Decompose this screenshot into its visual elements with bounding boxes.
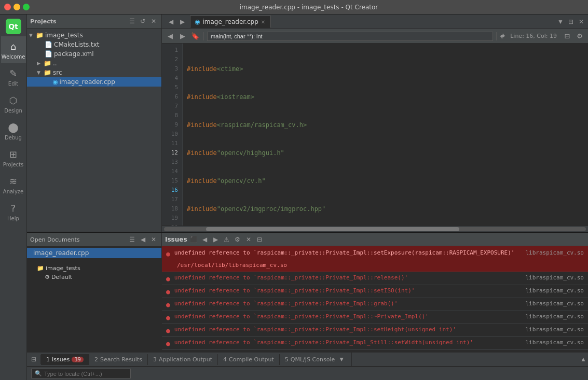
sidebar-item-projects[interactable]: ⊞ Projects [1,144,26,171]
edit-icon: ✎ [7,67,20,79]
issues-settings-button[interactable]: ⚙ [233,235,242,244]
qt-logo[interactable]: Qt [6,19,21,34]
content-area: Projects ☰ ↺ ✕ ▼ 📁 image_tests [27,15,588,380]
panel-filter-button[interactable]: ☰ [127,17,136,26]
issues-maximize-button[interactable]: ⊟ [255,235,264,244]
search-icon: 🔍 [35,370,42,377]
tab-search-results[interactable]: 2 Search Results [89,354,148,365]
bookmark-icon[interactable]: 🔖 [190,31,200,41]
cursor-position: Line: 16, Col: 19 [507,33,560,39]
tab-label: Application Output [159,356,212,363]
close-editor-button[interactable]: ✕ [577,17,586,26]
tab-compile-output[interactable]: 4 Compile Output [218,354,280,365]
error-icon: ● [166,301,170,308]
issues-content: Issues ⬛ ◀ ▶ ⚠ ⚙ ✕ ⊟ [162,233,588,352]
issue-message: undefined reference to `raspicam::_priva… [174,300,522,307]
open-docs-prev-button[interactable]: ◀ [138,235,147,244]
issues-warning-button[interactable]: ⚠ [222,235,231,244]
open-docs-close-button[interactable]: ✕ [149,235,158,244]
panel-sync-button[interactable]: ↺ [138,17,147,26]
project-default[interactable]: ⚙ Default [27,273,161,282]
issue-file: libraspicam_cv.so [525,287,584,294]
icon-sidebar: Qt ⌂ Welcome ✎ Edit ⬡ Design ⬤ Debug ⊞ P… [0,15,27,380]
issue-row[interactable]: ● undefined reference to `raspicam::_pri… [162,298,588,311]
tab-close-button[interactable]: ✕ [261,19,265,25]
tree-item-src[interactable]: ▼ 📁 src [27,68,161,77]
close-button[interactable] [4,4,11,10]
file-tree: ▼ 📁 image_tests 📄 CMakeLists.txt 📄 [27,29,161,232]
code-editor[interactable]: 1 2 3 4 5 6 7 8 9 10 11 12 13 14 [162,44,588,226]
tab-qml-js-console[interactable]: 5 QML/JS Console ▼ [280,353,352,366]
folder-icon: 📁 [44,69,51,76]
default-label: Default [51,274,72,280]
open-doc-item[interactable]: image_reader.cpp [27,248,161,258]
issues-next-button[interactable]: ▶ [211,235,221,244]
search-bar[interactable]: 🔍 [31,369,131,378]
sidebar-item-analyze[interactable]: ≋ Analyze [1,171,26,198]
sidebar-item-design[interactable]: ⬡ Design [1,90,26,117]
projects-icon: ⊞ [7,148,20,160]
issue-row[interactable]: ● undefined reference to `raspicam::_pri… [162,337,588,350]
tab-image-reader[interactable]: ◉ image_reader.cpp ✕ [190,16,271,28]
status-bar: 🔍 [27,367,588,380]
tree-item-root[interactable]: ▼ 📁 image_tests [27,31,161,40]
tab-application-output[interactable]: 3 Application Output [148,354,218,365]
function-selector[interactable]: main(int, char **): int [207,32,493,41]
scrollbar-thumb[interactable] [206,227,459,231]
issue-file: libraspicam_cv.so [525,300,584,307]
tree-item-dotdot[interactable]: ▶ 📁 .. [27,59,161,68]
tab-label: Search Results [100,356,142,363]
left-bottom-panel: Open Documents ☰ ◀ ✕ image_reader.cpp [27,233,162,352]
default-icon: ⚙ [45,274,50,280]
issue-row[interactable]: ● undefined reference to `raspicam::_pri… [162,324,588,337]
sidebar-item-edit[interactable]: ✎ Edit [1,63,26,90]
sidebar-item-help[interactable]: ? Help [1,198,26,225]
issue-row[interactable]: ● undefined reference to `raspicam::_pri… [162,311,588,324]
issue-row[interactable]: ● undefined reference to `raspicam::_pri… [162,272,588,285]
scrollbar-track[interactable] [164,227,586,231]
editor-tabs: ◀ ▶ ◉ image_reader.cpp ✕ ▼ ⊟ ✕ [162,15,588,29]
error-icon: ● [166,288,170,295]
issues-title: Issues [165,236,187,243]
sidebar-item-welcome[interactable]: ⌂ Welcome [1,36,26,63]
file-icon: 📄 [45,50,52,58]
go-forward-icon[interactable]: ▶ [177,31,188,41]
tree-item-label: CMakeLists.txt [54,41,100,48]
code-content[interactable]: #include <ctime> #include <iostream> #in… [183,44,588,226]
bottom-tabs-more[interactable]: ▼ [337,355,346,364]
tab-issues[interactable]: 1 Issues 39 [41,354,89,365]
tab-next-button[interactable]: ▶ [177,17,187,26]
tree-item-label: image_tests [45,32,83,39]
tree-item-image-reader[interactable]: ◉ image_reader.cpp [27,77,161,87]
search-input[interactable] [44,371,127,377]
code-line: #include "opencv2/imgproc/imgproc.hpp" [187,204,584,214]
issue-row[interactable]: ● undefined reference to `raspicam::_pri… [162,285,588,298]
issues-filter-button[interactable]: ⬛ [189,235,199,244]
split-editor-button[interactable]: ⊟ [566,17,576,26]
issue-file: libraspicam_cv.so [525,249,584,256]
tab-prev-button[interactable]: ◀ [166,17,175,26]
open-docs-filter-button[interactable]: ☰ [127,235,136,244]
issue-file: libraspicam_cv.so [525,326,584,333]
project-tree-root[interactable]: 📁 image_tests [27,264,161,273]
go-back-icon[interactable]: ◀ [165,31,175,41]
toolbar-expand-icon[interactable]: ⊟ [562,31,572,41]
maximize-button[interactable] [23,4,30,10]
minimize-button[interactable] [13,4,20,10]
horizontal-scrollbar[interactable] [162,226,588,232]
editor-area: ◀ ▶ ◉ image_reader.cpp ✕ ▼ ⊟ ✕ ◀ [162,15,588,232]
tab-label: Issues [52,356,70,363]
issues-close-button[interactable]: ✕ [244,235,253,244]
bottom-panel-toggle[interactable]: ⊟ [29,355,38,364]
panel-close-button[interactable]: ✕ [149,17,158,26]
issue-row[interactable]: ● undefined reference to `raspicam::_pri… [162,246,588,272]
tree-item-package[interactable]: 📄 package.xml [27,49,161,59]
toolbar-settings-icon[interactable]: ⚙ [575,31,585,41]
tree-item-cmake[interactable]: 📄 CMakeLists.txt [27,40,161,49]
issues-prev-button[interactable]: ◀ [200,235,210,244]
bottom-maximize-button[interactable]: ▲ [579,355,588,364]
sidebar-item-debug[interactable]: ⬤ Debug [1,117,26,144]
open-docs-header: Open Documents ☰ ◀ ✕ [27,233,161,247]
window-controls[interactable] [4,4,30,10]
tab-options-button[interactable]: ▼ [556,17,565,26]
